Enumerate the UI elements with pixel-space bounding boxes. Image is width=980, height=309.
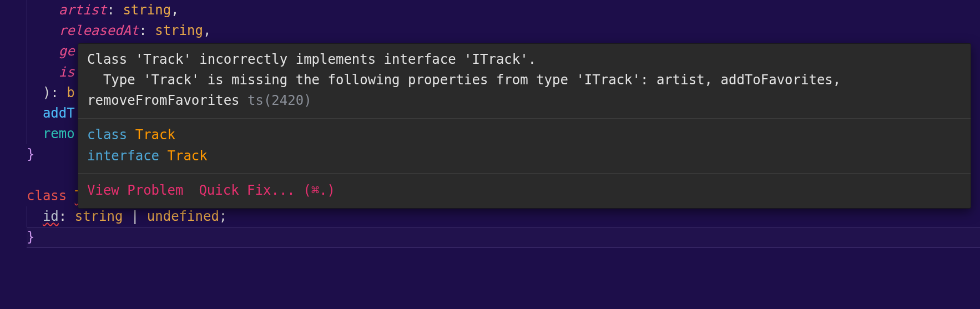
type-annotation: string xyxy=(75,209,123,224)
hover-error-section: Class 'Track' incorrectly implements int… xyxy=(78,44,971,119)
closing-brace: } xyxy=(27,229,34,245)
method-fragment: addT xyxy=(43,105,75,121)
property-name-with-warning[interactable]: id xyxy=(43,209,59,224)
closing-brace: } xyxy=(27,146,34,162)
error-message-line: Class 'Track' incorrectly implements int… xyxy=(87,49,962,70)
declaration-line: class Track xyxy=(87,124,962,145)
error-message-line: Type 'Track' is missing the following pr… xyxy=(87,70,962,111)
keyword-interface: interface xyxy=(87,148,159,164)
hover-declaration-section: class Track interface Track xyxy=(78,119,971,174)
code-line: } xyxy=(27,227,980,247)
property-name: artist xyxy=(59,2,107,18)
declaration-line: interface Track xyxy=(87,145,962,166)
class-name: Track xyxy=(135,127,175,143)
type-annotation: string xyxy=(155,23,203,38)
code-line: id: string | undefined; xyxy=(27,206,980,227)
view-problem-link[interactable]: View Problem xyxy=(87,180,183,201)
type-fragment: b xyxy=(67,85,74,100)
type-annotation: undefined xyxy=(147,209,219,224)
quick-fix-link[interactable]: Quick Fix... (⌘.) xyxy=(199,180,335,201)
code-editor[interactable]: artist: string, releasedAt: string, ge i… xyxy=(0,0,980,309)
error-code: ts(2420) xyxy=(247,93,312,108)
type-annotation: string xyxy=(123,2,171,18)
method-fragment: remo xyxy=(43,126,75,141)
active-line-highlight xyxy=(27,227,980,248)
hover-actions-section: View ProblemQuick Fix... (⌘.) xyxy=(78,174,971,207)
union-pipe: | xyxy=(131,209,139,224)
property-fragment: ge xyxy=(59,43,75,59)
code-line: releasedAt: string, xyxy=(27,21,980,41)
property-name: releasedAt xyxy=(59,23,139,38)
hover-tooltip[interactable]: Class 'Track' incorrectly implements int… xyxy=(78,43,971,209)
property-fragment: is xyxy=(59,64,75,80)
keyword-class: class xyxy=(87,127,127,143)
code-line: artist: string, xyxy=(27,0,980,21)
interface-name: Track xyxy=(168,148,208,164)
keyword-class: class xyxy=(27,188,67,204)
